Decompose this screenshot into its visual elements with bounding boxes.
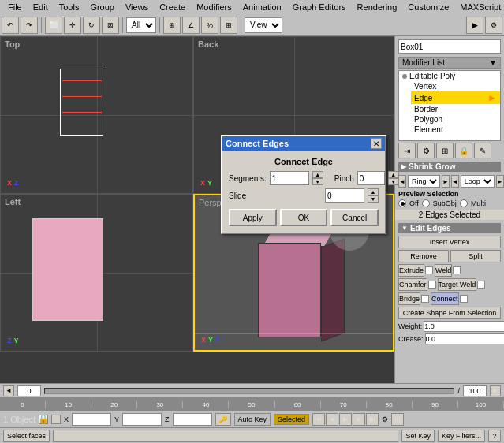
menu-file[interactable]: File	[3, 2, 27, 12]
y-coord-input[interactable]	[122, 413, 162, 426]
next-frame-btn[interactable]: ►	[353, 413, 365, 426]
panel-btn-3[interactable]: ⊞	[436, 143, 454, 158]
select-btn[interactable]: ⬜	[45, 17, 62, 34]
viewport-config-btn[interactable]: ⊞	[391, 413, 404, 426]
mod-editable-poly[interactable]: Editable Poly	[399, 71, 500, 81]
loop-next-btn[interactable]: ►	[496, 175, 504, 188]
menu-maxscript[interactable]: MAXScript	[455, 2, 504, 12]
slide-spin[interactable]: ▲ ▼	[368, 188, 379, 203]
radio-multi[interactable]	[460, 199, 468, 207]
extrude-checkbox[interactable]	[425, 266, 433, 274]
menu-customize[interactable]: Customize	[403, 2, 454, 12]
prev-frame-btn[interactable]: ◄	[326, 413, 338, 426]
menu-rendering[interactable]: Rendering	[353, 2, 402, 12]
panel-btn-2[interactable]: ⚙	[417, 143, 435, 158]
object-name-input[interactable]	[398, 39, 501, 54]
mod-vertex[interactable]: Vertex	[411, 81, 500, 91]
selection-filter[interactable]: All	[126, 17, 156, 33]
snap-btn[interactable]: ⊕	[163, 17, 181, 34]
dialog-close-btn[interactable]: ✕	[371, 138, 382, 149]
radio-off[interactable]	[398, 199, 406, 207]
menu-group[interactable]: Group	[85, 2, 119, 12]
crease-input[interactable]	[425, 333, 504, 344]
chamfer-btn[interactable]: Chamfer	[398, 278, 427, 291]
angle-snap-btn[interactable]: ∠	[182, 17, 200, 34]
frame-end-input[interactable]	[463, 385, 487, 396]
prev-key-btn[interactable]: ⏮	[312, 413, 325, 426]
ok-btn[interactable]: OK	[280, 209, 328, 226]
mod-polygon[interactable]: Polygon	[411, 114, 500, 125]
create-shape-btn[interactable]: Create Shape From Selection	[398, 307, 501, 319]
segments-spin-up[interactable]: ▲	[312, 171, 323, 178]
set-key-btn[interactable]: Set Key	[401, 430, 435, 442]
slide-input[interactable]	[325, 188, 364, 203]
apply-btn[interactable]: Apply	[229, 209, 277, 226]
x-coord-input[interactable]	[72, 413, 111, 426]
next-key-btn[interactable]: ⏭	[366, 413, 379, 426]
ring-next-btn[interactable]: ►	[442, 175, 450, 188]
autokey-btn[interactable]: Auto Key	[234, 413, 271, 426]
frame-start-input[interactable]	[17, 385, 41, 396]
spinner-snap-btn[interactable]: ⊞	[220, 17, 237, 34]
ring-prev-btn[interactable]: ◄	[398, 175, 406, 188]
slide-spin-up[interactable]: ▲	[368, 188, 379, 195]
menubar[interactable]: File Edit Tools Group Views Create Modif…	[0, 0, 504, 14]
panel-btn-5[interactable]: ✎	[474, 143, 491, 158]
menu-views[interactable]: Views	[121, 2, 153, 12]
transform-type-btn[interactable]	[51, 415, 61, 424]
undo-btn[interactable]: ↶	[2, 17, 19, 34]
help-icon[interactable]: ?	[488, 430, 501, 442]
mod-edge[interactable]: Edge ►	[411, 91, 500, 104]
z-coord-input[interactable]	[173, 413, 212, 426]
redo-btn[interactable]: ↷	[21, 17, 38, 34]
rotate-btn[interactable]: ↻	[83, 17, 100, 34]
weld-btn[interactable]: Weld	[435, 264, 452, 277]
chamfer-checkbox[interactable]	[428, 281, 436, 289]
timeline-slider[interactable]	[44, 388, 454, 394]
weld-checkbox[interactable]	[453, 266, 461, 274]
loop-dropdown[interactable]: Loop	[461, 175, 495, 188]
segments-spin[interactable]: ▲ ▼	[312, 171, 323, 185]
target-weld-btn[interactable]: Target Weld	[438, 278, 477, 291]
lock-icon[interactable]: 🔒	[39, 415, 48, 424]
menu-edit[interactable]: Edit	[28, 2, 53, 12]
scale-btn[interactable]: ⊠	[102, 17, 119, 34]
menu-create[interactable]: Create	[155, 2, 190, 12]
key-filters-btn[interactable]: Key Filters...	[438, 430, 485, 442]
panel-btn-4[interactable]: 🔒	[455, 143, 472, 158]
pinch-spin[interactable]: ▲ ▼	[388, 171, 399, 185]
bridge-btn[interactable]: Bridge	[398, 292, 420, 305]
panel-btn-1[interactable]: ⇥	[398, 143, 416, 158]
pinch-input[interactable]	[357, 171, 385, 185]
bridge-checkbox[interactable]	[421, 295, 429, 303]
connect-btn[interactable]: Connect	[431, 292, 459, 305]
weight-input[interactable]	[424, 321, 504, 332]
modifier-list-dropdown[interactable]: Modifier List ▼	[398, 57, 501, 69]
render-setup-btn[interactable]: ⚙	[485, 17, 502, 34]
view-select[interactable]: View	[245, 17, 282, 33]
ring-dropdown[interactable]: Ring	[408, 175, 440, 188]
pinch-spin-down[interactable]: ▼	[388, 178, 399, 185]
percent-snap-btn[interactable]: %	[201, 17, 218, 34]
radio-subobj[interactable]	[422, 199, 430, 207]
play-btn[interactable]: ▶	[339, 413, 352, 426]
timeline-right-arrow[interactable]: ►	[490, 385, 501, 396]
timeline-left-arrow[interactable]: ◄	[3, 385, 14, 396]
remove-btn[interactable]: Remove	[398, 250, 449, 262]
loop-prev-btn[interactable]: ◄	[451, 175, 459, 188]
menu-graph-editors[interactable]: Graph Editors	[288, 2, 351, 12]
split-btn[interactable]: Split	[450, 250, 501, 262]
menu-animation[interactable]: Animation	[238, 2, 286, 12]
pinch-spin-up[interactable]: ▲	[388, 171, 399, 178]
connect-checkbox[interactable]	[460, 295, 468, 303]
key-icon[interactable]: 🔑	[215, 413, 231, 426]
cancel-btn[interactable]: Cancel	[330, 209, 379, 226]
time-config-btn[interactable]: ⚙	[382, 415, 388, 423]
target-weld-checkbox[interactable]	[477, 281, 485, 289]
viewport-top[interactable]: Top X Z	[0, 36, 193, 194]
segments-input[interactable]	[270, 171, 309, 185]
mod-border[interactable]: Border	[411, 104, 500, 114]
move-btn[interactable]: ✛	[64, 17, 81, 34]
mod-element[interactable]: Element	[411, 125, 500, 135]
menu-modifiers[interactable]: Modifiers	[192, 2, 237, 12]
